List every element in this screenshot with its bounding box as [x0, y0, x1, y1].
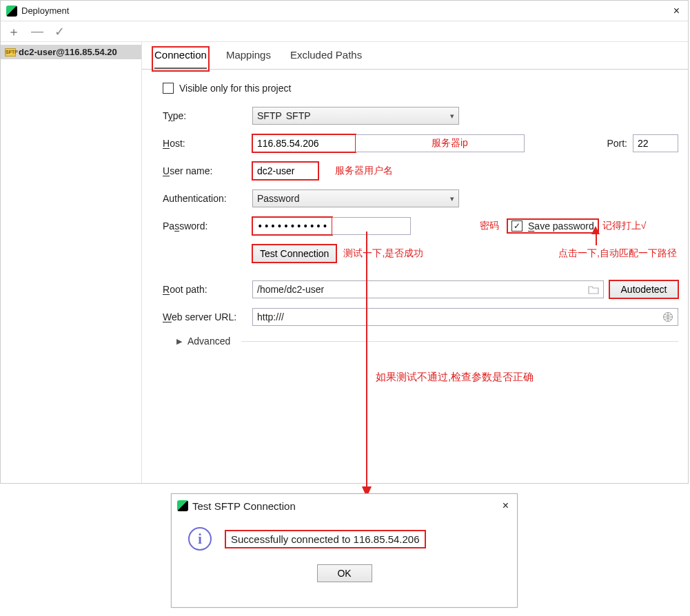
mid-annotation: 如果测试不通过,检查参数是否正确: [376, 371, 534, 384]
username-input[interactable]: [252, 162, 318, 180]
window-title: Deployment: [21, 6, 671, 16]
host-row: Host: 服务器ip Port:: [163, 134, 678, 152]
save-password-checkbox[interactable]: ✓: [511, 220, 522, 232]
visible-only-label: Visible only for this project: [179, 83, 291, 94]
sftp-type-icon: SFTP: [257, 110, 282, 121]
auth-label: Authentication:: [163, 193, 252, 204]
autodetect-arrow-head: [591, 226, 600, 234]
type-label: Type:: [163, 110, 252, 121]
dialog-message: Successfully connected to 116.85.54.206: [225, 531, 425, 548]
username-label: User name:: [163, 165, 252, 176]
deployment-window: Deployment × ＋ — ✓ SFTP dc2-user@116.85.…: [0, 0, 689, 484]
auth-row: Authentication: Password ▾: [163, 189, 678, 207]
host-input[interactable]: [252, 134, 356, 152]
dialog-footer: OK: [172, 556, 517, 582]
tab-connection[interactable]: Connection: [154, 49, 207, 69]
sftp-server-icon: SFTP: [5, 48, 16, 57]
root-path-row: Root path: /home/dc2-user Autodetect: [163, 280, 678, 298]
dialog-title: Test SFTP Connection: [192, 500, 500, 512]
pycharm-icon: [6, 6, 17, 17]
port-label: Port:: [607, 138, 627, 149]
tabs: Connection Mappings Excluded Paths: [142, 42, 688, 70]
root-path-value: /home/dc2-user: [257, 284, 324, 295]
chevron-down-icon: ▾: [450, 112, 454, 121]
server-list-item-label: dc2-user@116.85.54.20: [19, 47, 117, 57]
test-annotation: 测试一下,是否成功: [343, 247, 423, 260]
globe-icon[interactable]: [662, 311, 673, 322]
chevron-down-icon: ▾: [450, 194, 454, 203]
annotation-arrow-line: [366, 232, 367, 488]
dialog-close-button[interactable]: ×: [500, 500, 511, 512]
pycharm-icon: [177, 500, 188, 511]
window-close-button[interactable]: ×: [671, 5, 682, 17]
window-titlebar: Deployment ×: [1, 1, 688, 21]
visible-only-checkbox[interactable]: [163, 83, 174, 94]
username-row: User name: 服务器用户名: [163, 162, 678, 180]
web-url-row: Web server URL: http:///: [163, 308, 678, 326]
dialog-titlebar: Test SFTP Connection ×: [172, 494, 517, 517]
server-toolbar: ＋ — ✓: [1, 21, 688, 42]
test-connection-dialog: Test SFTP Connection × i Successfully co…: [171, 493, 518, 608]
tab-excluded-paths[interactable]: Excluded Paths: [290, 49, 362, 69]
root-path-input[interactable]: /home/dc2-user: [252, 280, 604, 298]
triangle-right-icon: ▶: [176, 337, 182, 346]
tab-mappings[interactable]: Mappings: [226, 49, 271, 69]
root-path-label: Root path:: [163, 284, 252, 295]
autodetect-annotation: 点击一下,自动匹配一下路径: [558, 247, 677, 260]
password-input[interactable]: [252, 217, 332, 235]
connection-form: Visible only for this project Type: SFTP…: [142, 70, 688, 347]
username-annotation: 服务器用户名: [335, 165, 393, 177]
server-list-item[interactable]: SFTP dc2-user@116.85.54.20: [1, 45, 141, 59]
web-url-label: Web server URL:: [163, 311, 252, 322]
folder-icon[interactable]: [588, 285, 599, 294]
test-row: Test Connection 测试一下,是否成功 点击一下,自动匹配一下路径: [163, 245, 678, 263]
port-input[interactable]: [633, 134, 678, 152]
autodetect-arrow-line: [596, 233, 597, 245]
server-list: SFTP dc2-user@116.85.54.20: [1, 42, 142, 483]
mark-default-button[interactable]: ✓: [54, 24, 65, 39]
password-label: Password:: [163, 220, 252, 232]
type-row: Type: SFTP SFTP ▾: [163, 107, 678, 125]
visible-only-row: Visible only for this project: [163, 79, 678, 97]
web-url-value: http:///: [257, 311, 284, 322]
autodetect-button[interactable]: Autodetect: [609, 280, 678, 298]
content-wrap: SFTP dc2-user@116.85.54.20 Connection Ma…: [1, 42, 688, 483]
password-input-ext[interactable]: [332, 217, 411, 235]
info-icon: i: [188, 527, 212, 551]
web-url-input[interactable]: http:///: [252, 308, 678, 326]
host-annotation: 服务器ip: [432, 137, 468, 150]
type-select[interactable]: SFTP SFTP ▾: [252, 107, 459, 125]
savepass-annotation: 记得打上√: [602, 220, 647, 232]
main-pane: Connection Mappings Excluded Paths Visib…: [142, 42, 688, 483]
save-password-label: Save password: [528, 220, 594, 232]
dialog-ok-button[interactable]: OK: [317, 564, 372, 582]
test-connection-button[interactable]: Test Connection: [252, 245, 336, 263]
auth-value: Password: [257, 193, 299, 204]
dialog-body: i Successfully connected to 116.85.54.20…: [172, 517, 517, 556]
host-label: Host:: [163, 138, 252, 149]
password-annotation: 密码: [480, 220, 499, 232]
advanced-label: Advanced: [187, 336, 230, 347]
remove-server-button[interactable]: —: [31, 24, 43, 39]
auth-select[interactable]: Password ▾: [252, 189, 459, 207]
advanced-section[interactable]: ▶ Advanced: [176, 336, 678, 347]
type-value: SFTP: [286, 110, 311, 121]
add-server-button[interactable]: ＋: [8, 23, 20, 40]
password-row: Password: 密码 ✓ Save password 记得打上√: [163, 217, 678, 235]
